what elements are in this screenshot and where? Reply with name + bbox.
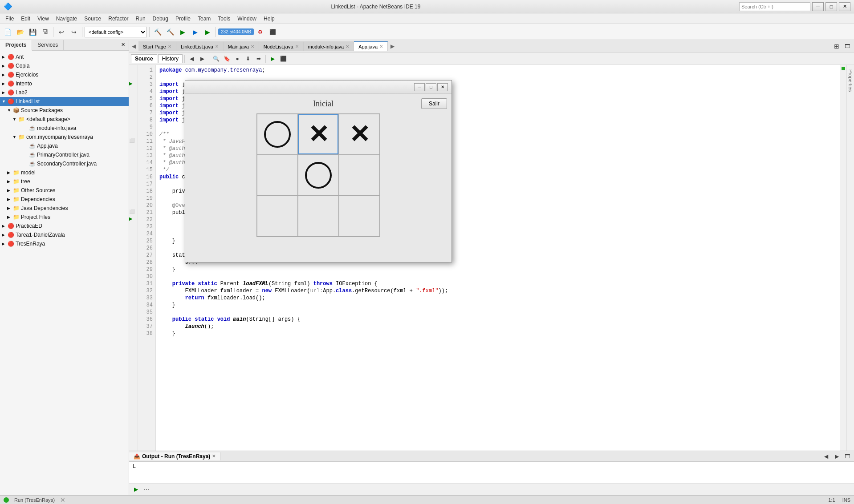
tab-start-page[interactable]: Start Page ✕ [138,41,176,51]
ttt-cell-1-2[interactable] [339,155,379,195]
menu-navigate[interactable]: Navigate [53,15,81,23]
ttt-cell-0-2[interactable]: ✕ [339,114,379,154]
output-tab-close[interactable]: ✕ [212,454,216,459]
gc-button[interactable]: ♻ [255,26,266,38]
ttt-cell-1-1[interactable] [298,155,338,195]
tree-item-tresenraya[interactable]: ▶ 🔴 TresEnRaya [0,239,129,248]
output-next-button[interactable]: ▶ [832,452,842,461]
minimize-button[interactable]: ─ [812,2,824,11]
save-all-button[interactable]: 🖫 [39,26,51,38]
tree-item-other-sources[interactable]: ▶ 📁 Other Sources [0,186,129,195]
new-file-button[interactable]: 📄 [2,26,13,38]
clean-build-button[interactable]: 🔨 [164,26,176,38]
tree-item-tarea1[interactable]: ▶ 🔴 Tarea1-DanielZavala [0,230,129,239]
menu-debug[interactable]: Debug [149,15,172,23]
output-prev-button[interactable]: ◀ [821,452,831,461]
tree-item-secondary-controller[interactable]: ▶ ☕ SecondaryController.java [0,159,129,168]
panel-close-button[interactable]: ✕ [118,40,129,50]
ttt-cell-1-0[interactable] [257,155,297,195]
menu-source[interactable]: Source [81,15,105,23]
tree-item-practicaed[interactable]: ▶ 🔴 PracticaED [0,222,129,230]
tree-item-module-info[interactable]: ▶ ☕ module-info.java [0,124,129,133]
tree-item-linkedlist[interactable]: ▼ 🔴 LinkedList [0,97,129,106]
run-line-button[interactable]: ▶ [268,54,277,64]
redo-button[interactable]: ↪ [68,26,80,38]
save-button[interactable]: 💾 [27,26,38,38]
tab-close-icon[interactable]: ✕ [215,44,219,49]
menu-window[interactable]: Window [234,15,260,23]
tree-item-app-java[interactable]: ▶ ☕ App.java [0,141,129,150]
tab-close-icon[interactable]: ✕ [251,44,254,49]
back-button[interactable]: ◀ [187,54,196,64]
menu-team[interactable]: Team [194,15,214,23]
tab-linkedlist-java[interactable]: LinkedList.java ✕ [176,41,224,51]
properties-label[interactable]: Properties [847,66,854,95]
menu-tools[interactable]: Tools [214,15,234,23]
output-maximize-button[interactable]: 🗖 [842,452,852,461]
tree-item-tree[interactable]: ▶ 📁 tree [0,177,129,186]
more-output-button[interactable]: ⋯ [142,484,151,494]
close-button[interactable]: ✕ [839,2,850,11]
ttt-cell-2-0[interactable] [257,196,297,236]
dialog-maximize-button[interactable]: □ [426,83,436,91]
open-project-button[interactable]: 📂 [14,26,26,38]
tree-item-java-dependencies[interactable]: ▶ 📁 Java Dependencies [0,204,129,213]
tree-item-intento[interactable]: ▶ 🔴 Intento [0,79,129,88]
run-button[interactable]: ▶ [177,26,188,38]
tree-item-default-package[interactable]: ▼ 📁 <default package> [0,115,129,124]
menu-file[interactable]: File [2,15,17,23]
search-input[interactable] [739,2,810,11]
split-view-button[interactable]: ⊞ [832,41,842,51]
tab-projects[interactable]: Projects [0,40,32,51]
step-into-button[interactable]: ⬇ [243,54,253,64]
bookmark-button[interactable]: 🔖 [222,54,232,64]
tree-item-ant[interactable]: ▶ 🔴 Ant [0,52,129,61]
tab-app-java[interactable]: App.java ✕ [354,41,388,51]
menu-help[interactable]: Help [260,15,278,23]
tree-item-dependencies[interactable]: ▶ 📁 Dependencies [0,195,129,204]
tree-item-copia[interactable]: ▶ 🔴 Copia [0,61,129,70]
tab-close-icon[interactable]: ✕ [346,44,349,49]
tab-nodelist-java[interactable]: NodeList.java ✕ [259,41,304,51]
dialog-tresenraya[interactable]: ─ □ ✕ Inicial Salir ✕ ✕ [185,80,452,262]
tab-prev-button[interactable]: ◀ [129,43,138,49]
history-tab-button[interactable]: History [158,54,183,63]
tab-next-button[interactable]: ▶ [388,43,397,49]
tree-item-model[interactable]: ▶ 📁 model [0,168,129,177]
memory-indicator[interactable]: 232.5/404.0MB [218,28,254,35]
config-dropdown[interactable]: <default config> [85,27,147,37]
tree-item-primary-controller[interactable]: ▶ ☕ PrimaryController.java [0,150,129,159]
maximize-button[interactable]: □ [826,2,837,11]
ttt-cell-2-1[interactable] [298,196,338,236]
tab-close-icon[interactable]: ✕ [379,44,383,49]
output-tab[interactable]: 📤 Output - Run (TresEnRaya) ✕ [129,452,220,460]
tab-close-icon[interactable]: ✕ [295,44,299,49]
ttt-cell-0-1[interactable]: ✕ [298,114,338,154]
tree-item-ejercicios[interactable]: ▶ 🔴 Ejercicios [0,70,129,79]
tab-moduleinfo-java[interactable]: module-info.java ✕ [304,41,354,51]
debug-button[interactable]: ▶ [189,26,201,38]
maximize-editor-button[interactable]: 🗖 [842,41,852,51]
stop-run-button[interactable]: ⬛ [278,54,288,64]
tree-item-lab2[interactable]: ▶ 🔴 Lab2 [0,88,129,97]
build-button[interactable]: 🔨 [152,26,163,38]
tab-services[interactable]: Services [32,40,64,50]
menu-run[interactable]: Run [132,15,149,23]
menu-edit[interactable]: Edit [17,15,34,23]
tree-item-project-files[interactable]: ▶ 📁 Project Files [0,213,129,222]
toggle-breakpoint-button[interactable]: ● [232,54,242,64]
tab-close-icon[interactable]: ✕ [168,44,171,49]
forward-button[interactable]: ▶ [197,54,207,64]
ttt-cell-0-0[interactable] [257,114,297,154]
stop-button[interactable]: ⬛ [267,26,279,38]
source-tab-button[interactable]: Source [131,54,157,63]
menu-view[interactable]: View [34,15,53,23]
ttt-cell-2-2[interactable] [339,196,379,236]
salir-button[interactable]: Salir [421,98,447,109]
undo-button[interactable]: ↩ [56,26,67,38]
tree-item-com-pkg[interactable]: ▼ 📁 com.mycompany.tresenraya [0,133,129,141]
run-again-button[interactable]: ▶ [131,484,141,494]
menu-refactor[interactable]: Refactor [105,15,132,23]
profile-button[interactable]: ▶ [202,26,213,38]
dialog-close-button[interactable]: ✕ [437,83,448,91]
